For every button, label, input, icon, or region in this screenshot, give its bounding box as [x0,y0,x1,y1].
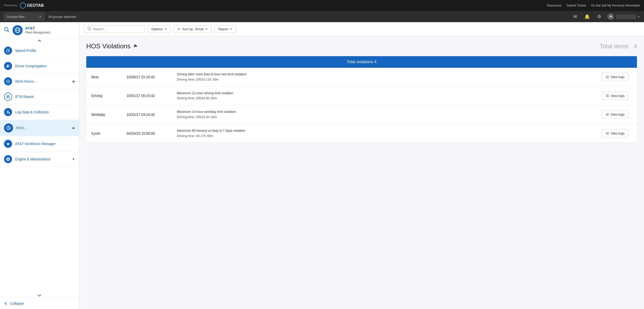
violation-action: View logs [602,73,632,81]
sort-by-label: Sort by: [182,27,194,31]
svg-point-10 [7,65,8,66]
violation-action: View logs [602,92,632,100]
sidebar-footer: Collapse [0,298,79,309]
violation-type: Rest [91,75,122,79]
toolbar: Options ▼ Sort by: Driver ▼ Report ▼ [79,22,644,36]
all-groups-text: All groups selected [48,15,76,19]
list-icon [606,132,609,135]
table-header-text: Total violations 4 [347,60,376,64]
total-items-label: Total items [600,43,629,50]
speed-profile-icon [4,47,12,55]
brand-sub: Fleet Management [25,31,50,35]
engine-maintenance-label: Engine & Maintenance [15,157,69,161]
svg-line-27 [90,29,91,30]
bell-icon[interactable]: 🔔 [583,13,591,21]
total-items-count: 4 [634,43,637,50]
search-input[interactable] [93,27,141,31]
engine-maintenance-icon [4,155,12,163]
view-logs-button[interactable]: View logs [602,129,628,138]
table-row: Workday 10/31/17 03:15:42 Maximum 14-hou… [86,105,637,124]
page-title-row: HOS Violations ⚑ Total items 4 [86,42,637,50]
violations-rows: Rest 10/30/17 21:15:42 Driving after mor… [86,68,637,143]
sidebar-item-log-data[interactable]: Log Data & Collisions [0,105,79,120]
geotab-logo-svg: GEOTAB [20,3,45,9]
total-items: Total items 4 [600,43,637,50]
main-layout: AT&T Fleet Management Speed Profile [0,22,644,309]
page-content: HOS Violations ⚑ Total items 4 Total vio… [79,36,644,309]
view-logs-button[interactable]: View logs [602,92,628,100]
collapse-button[interactable]: Collapse [4,301,75,305]
svg-point-0 [20,3,26,8]
report-label: Report [218,27,228,31]
sidebar: AT&T Fleet Management Speed Profile [0,22,79,309]
sidebar-item-engine-maintenance[interactable]: Engine & Maintenance ▼ [0,152,79,167]
top-bar-right: Resources Submit Tickets Do Not Sell My … [547,4,640,7]
work-hours-chevron-icon: ▶ [73,80,75,83]
engine-maintenance-chevron-icon: ▼ [72,157,75,161]
sort-by-value: Driver [195,27,204,31]
sidebar-search-icon[interactable] [4,27,10,34]
powered-by-text: Powered by [4,4,17,7]
violations-table: Total violations 4 Rest 10/30/17 21:15:4… [86,56,637,143]
violation-desc: Maximum 60 hour(s) on duty in 7 days vio… [177,128,597,139]
view-logs-button[interactable]: View logs [602,110,628,119]
sidebar-item-speed-profile[interactable]: Speed Profile [0,43,79,58]
submit-tickets-link[interactable]: Submit Tickets [567,4,586,7]
sidebar-header: AT&T Fleet Management [0,22,79,39]
violation-desc: Driving after more than 8-hour rest limi… [177,72,597,82]
scroll-down-indicator[interactable] [0,293,79,298]
sidebar-item-driver-congregation[interactable]: Driver Congregation [0,58,79,74]
sidebar-item-ifta-report[interactable]: IFTA Report [0,89,79,105]
brand-logo: AT&T Fleet Management [13,25,50,35]
bookmark-icon[interactable]: ⚑ [133,43,138,49]
violation-type: Driving [91,94,122,98]
list-icon [606,113,609,116]
driver-congregation-icon [4,62,12,70]
violation-action: View logs [602,110,632,119]
svg-point-11 [8,65,9,66]
violation-desc: Maximum 14-hour workday limit violation … [177,109,597,120]
svg-rect-19 [7,113,8,113]
search-box[interactable] [84,25,145,33]
user-chevron-icon: ▼ [637,15,640,18]
list-icon [606,76,609,79]
sort-icon [177,27,181,31]
brand-name: AT&T [25,26,50,31]
sidebar-item-work-hours[interactable]: Work Hours... ▶ [0,74,79,89]
work-hours-icon [4,77,12,85]
report-button[interactable]: Report ▼ [215,25,236,33]
do-not-sell-link[interactable]: Do Not Sell My Personal Information [591,4,640,7]
hos-chevron-icon: ▶ [73,126,75,130]
top-bar: Powered by GEOTAB Resources Submit Ticke… [0,0,644,11]
options-button[interactable]: Options ▼ [148,25,171,33]
collapse-label: Collapse [10,301,24,305]
violation-date: 04/20/23 15:00:00 [127,131,172,135]
att-workforce-label: AT&T Workforce Manager [15,142,75,146]
sidebar-item-hos[interactable]: HOS... ▶ [0,120,79,136]
gear-icon[interactable]: ⚙ [595,13,603,21]
content-area: Options ▼ Sort by: Driver ▼ Report ▼ [79,22,644,309]
violation-type: Workday [91,113,122,117]
table-row: Cycle 04/20/23 15:00:00 Maximum 60 hour(… [86,124,637,143]
log-data-icon [4,108,12,116]
mail-icon[interactable]: ✉ [571,13,579,21]
sidebar-nav: Speed Profile Driver Congregation [0,43,79,293]
violation-desc: Maximum 11-hour driving limit violation … [177,91,597,101]
svg-point-23 [7,158,9,160]
svg-text:GEOTAB: GEOTAB [27,3,44,8]
svg-line-4 [8,30,9,32]
table-row: Driving 10/31/17 00:15:42 Maximum 11-hou… [86,87,637,106]
scroll-up-indicator[interactable] [0,39,79,43]
table-row: Rest 10/30/17 21:15:42 Driving after mor… [86,68,637,87]
groups-filter-dropdown[interactable]: Groups filter ▼ [4,13,44,21]
resources-link[interactable]: Resources [547,4,561,7]
sort-by-button[interactable]: Sort by: Driver ▼ [174,25,212,33]
hos-icon [4,123,13,132]
groups-bar: Groups filter ▼ All groups selected ✉ 🔔 … [0,11,644,22]
view-logs-button[interactable]: View logs [602,73,628,81]
ifta-report-label: IFTA Report [15,95,75,99]
hos-label: HOS... [16,126,70,130]
sidebar-item-att-workforce[interactable]: AT&T Workforce Manager [0,136,79,152]
user-dropdown[interactable]: ▼ [607,13,640,20]
geotab-logo: Powered by GEOTAB [4,3,45,9]
